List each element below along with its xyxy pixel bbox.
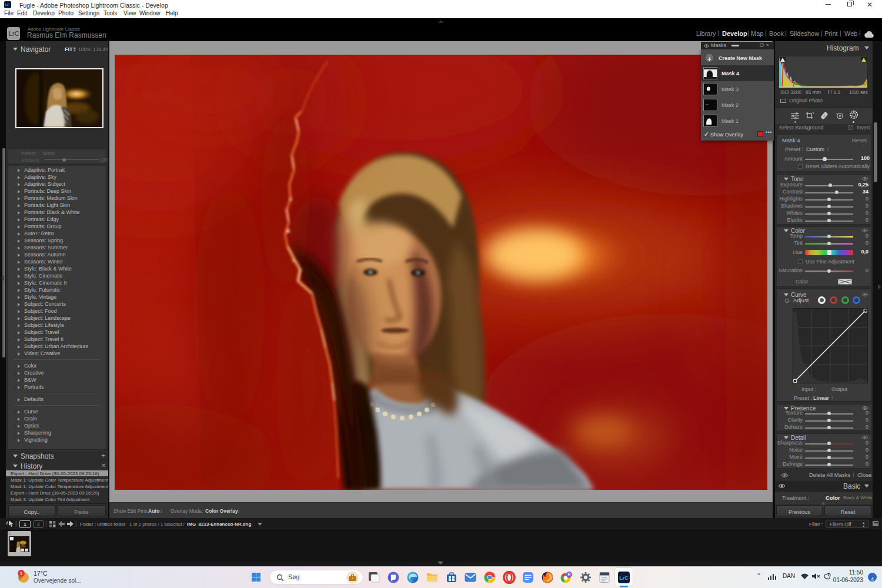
- svg-text:LrC: LrC: [619, 575, 629, 581]
- svg-text:R: R: [567, 572, 570, 576]
- svg-text:1: 1: [20, 571, 23, 576]
